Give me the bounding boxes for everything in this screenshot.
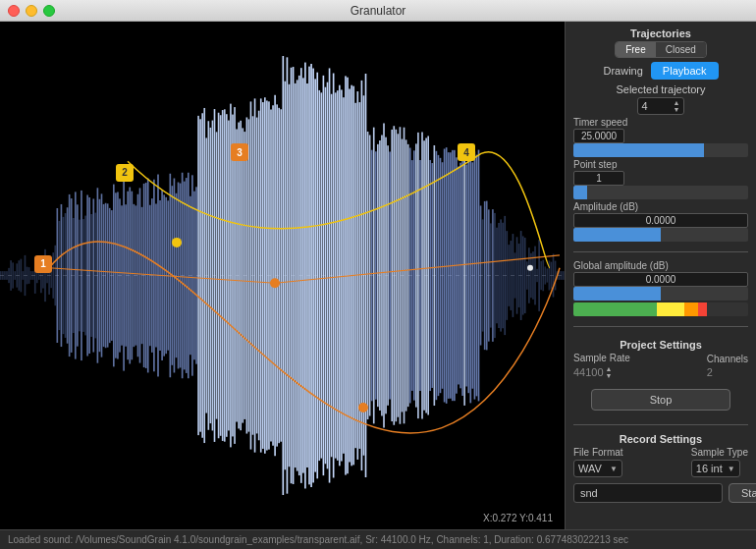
traj-point-1[interactable]: 1 <box>34 255 52 273</box>
global-amplitude-section: Global amplitude (dB) 0.0000 <box>573 260 748 316</box>
amplitude-value[interactable]: 0.0000 <box>573 213 748 228</box>
divider-1 <box>573 251 748 252</box>
free-button[interactable]: Free <box>616 42 656 57</box>
trajectories-section: Trajectories Free Closed Drawing Playbac… <box>573 27 748 244</box>
vu-green <box>573 302 657 316</box>
traj-point-2[interactable]: 2 <box>116 164 134 182</box>
project-settings-title: Project Settings <box>573 339 748 351</box>
statusbar: Loaded sound: /Volumes/SoundGrain 4.1.0/… <box>0 529 756 549</box>
free-closed-row: Free Closed <box>573 41 748 58</box>
main-content: 1 2 3 4 X:0.272 Y:0.411 Trajectories Fre… <box>0 22 756 529</box>
file-format-dropdown[interactable]: WAV ▼ <box>573 460 622 477</box>
sample-rate-label: Sample Rate <box>573 353 630 363</box>
closed-button[interactable]: Closed <box>656 42 706 57</box>
sel-traj-spinner[interactable]: 4 ▲ ▼ <box>637 97 685 115</box>
vu-red <box>698 302 706 316</box>
sample-rate-up[interactable]: ▲ <box>606 365 613 372</box>
sample-rate-value: 44100 <box>573 366 604 378</box>
sample-rate-col: Sample Rate 44100 ▲ ▼ <box>573 353 630 379</box>
record-settings-row: File Format WAV ▼ Sample Type 16 int ▼ <box>573 447 748 477</box>
stop-button[interactable]: Stop <box>591 389 730 411</box>
sample-type-dropdown[interactable]: 16 int ▼ <box>691 460 740 477</box>
channels-value: 2 <box>707 366 713 378</box>
point-step-slider[interactable] <box>573 186 748 199</box>
amplitude-row: Amplitude (dB) 0.0000 <box>573 201 748 242</box>
playback-button[interactable]: Playback <box>651 62 719 80</box>
waveform-canvas[interactable] <box>0 22 565 529</box>
sel-traj-value: 4 <box>642 100 672 112</box>
amplitude-label: Amplitude (dB) <box>573 201 748 212</box>
drawing-label: Drawing <box>604 65 643 77</box>
traj-point-4[interactable]: 4 <box>458 143 475 161</box>
close-button[interactable] <box>8 5 20 17</box>
timer-speed-slider[interactable] <box>573 143 748 157</box>
coord-display: X:0.272 Y:0.411 <box>479 511 557 525</box>
right-panel: Trajectories Free Closed Drawing Playbac… <box>565 22 756 529</box>
timer-speed-label: Timer speed <box>573 117 748 128</box>
project-settings-row: Sample Rate 44100 ▲ ▼ Channels 2 <box>573 353 748 379</box>
global-amplitude-slider[interactable] <box>573 287 748 301</box>
file-format-label: File Format <box>573 447 623 458</box>
draw-play-row: Drawing Playback <box>573 62 748 80</box>
statusbar-text: Loaded sound: /Volumes/SoundGrain 4.1.0/… <box>8 534 628 545</box>
channels-col: Channels 2 <box>707 354 748 378</box>
timer-speed-slider-row: 25.0000 <box>573 129 748 143</box>
record-settings-title: Record Settings <box>573 433 748 445</box>
sel-traj-value-row: 4 ▲ ▼ <box>573 97 748 115</box>
sample-type-col: Sample Type 16 int ▼ <box>691 447 748 477</box>
app-title: Granulator <box>351 4 406 18</box>
sample-type-value: 16 int <box>696 463 726 474</box>
traffic-lights <box>8 5 55 17</box>
sample-type-arrow: ▼ <box>728 465 735 473</box>
sel-traj-up[interactable]: ▲ <box>674 99 680 106</box>
channels-label: Channels <box>707 354 748 364</box>
timer-speed-value[interactable]: 25.0000 <box>573 129 624 143</box>
point-step-row: Point step 1 <box>573 159 748 199</box>
sample-type-label: Sample Type <box>691 447 748 458</box>
snd-row: Start <box>573 483 748 503</box>
file-format-arrow: ▼ <box>610 465 618 473</box>
maximize-button[interactable] <box>43 5 55 17</box>
trajectories-title: Trajectories <box>573 27 748 39</box>
point-step-value[interactable]: 1 <box>573 171 624 186</box>
vu-dark <box>707 302 748 316</box>
free-closed-control[interactable]: Free Closed <box>615 41 707 58</box>
global-amplitude-value[interactable]: 0.0000 <box>573 272 748 287</box>
divider-2 <box>573 326 748 327</box>
point-step-label: Point step <box>573 159 748 170</box>
sample-rate-box: 44100 ▲ ▼ <box>573 365 613 379</box>
global-amplitude-label: Global amplitude (dB) <box>573 260 748 271</box>
record-settings-section: Record Settings File Format WAV ▼ Sample… <box>573 433 748 503</box>
sel-traj-down[interactable]: ▼ <box>674 106 680 113</box>
traj-point-3[interactable]: 3 <box>231 143 248 161</box>
file-format-value: WAV <box>578 463 608 474</box>
sel-traj-label: Selected trajectory <box>616 83 705 95</box>
sel-traj-arrows: ▲ ▼ <box>674 99 680 113</box>
sample-rate-down[interactable]: ▼ <box>606 372 613 379</box>
waveform-area[interactable]: 1 2 3 4 X:0.272 Y:0.411 <box>0 22 565 529</box>
snd-input[interactable] <box>573 483 723 503</box>
divider-3 <box>573 424 748 425</box>
timer-speed-row: Timer speed 25.0000 <box>573 117 748 157</box>
sample-rate-arrows: ▲ ▼ <box>606 365 613 379</box>
vu-meter <box>573 302 748 316</box>
titlebar: Granulator <box>0 0 756 22</box>
project-settings-section: Project Settings Sample Rate 44100 ▲ ▼ C… <box>573 339 748 379</box>
vu-orange <box>684 302 698 316</box>
vu-yellow <box>657 302 684 316</box>
amplitude-slider[interactable] <box>573 228 748 242</box>
sel-traj-row: Selected trajectory <box>573 83 748 95</box>
start-button[interactable]: Start <box>729 483 756 503</box>
file-format-col: File Format WAV ▼ <box>573 447 623 477</box>
minimize-button[interactable] <box>26 5 37 17</box>
